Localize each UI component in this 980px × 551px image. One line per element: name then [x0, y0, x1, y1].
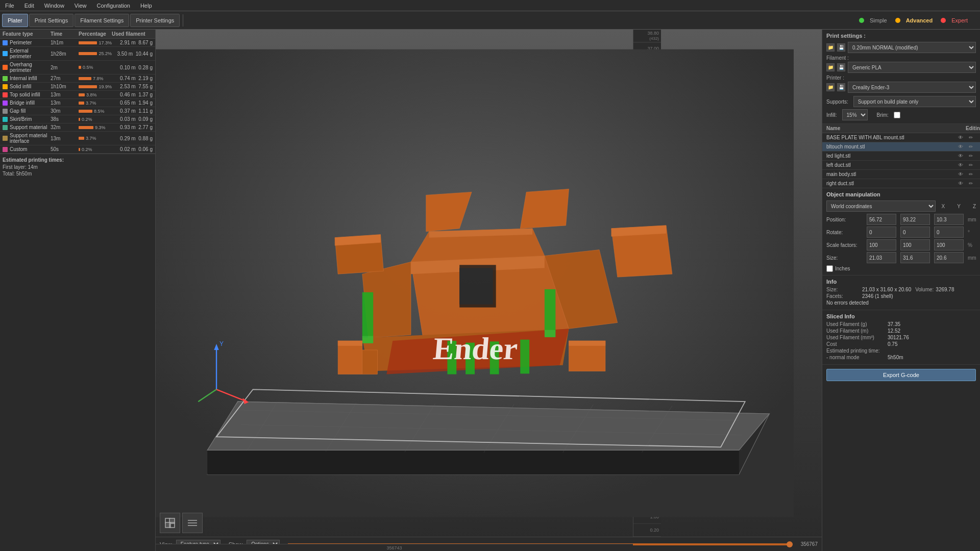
export-gcode-button[interactable]: Export G-code — [826, 369, 976, 381]
menu-view[interactable]: View — [69, 2, 92, 10]
filament-cell: 2.53 m 7.55 g — [112, 84, 153, 89]
edit-icon[interactable]: ✏ — [966, 181, 976, 186]
position-x[interactable] — [867, 214, 896, 225]
brim-checkbox[interactable] — [894, 112, 900, 118]
brim-label: Brim: — [877, 112, 889, 118]
filament-cell: 0.46 m 1.37 g — [112, 92, 153, 97]
tab-print-settings[interactable]: Print Settings — [29, 14, 74, 27]
mode-simple-btn[interactable]: Simple — [866, 16, 891, 25]
pct-bar — [79, 137, 84, 140]
size-x[interactable] — [867, 252, 896, 263]
pct-cell: 3.7% — [79, 136, 112, 141]
position-z[interactable] — [934, 214, 964, 225]
layer-view-btn[interactable] — [182, 513, 203, 533]
col-edit-header: Editing — [966, 126, 976, 131]
coord-system-select[interactable]: World coordinates Object coordinates — [826, 201, 936, 212]
3d-view-btn[interactable] — [160, 513, 180, 533]
list-item[interactable]: main body.stl 👁 ✏ — [822, 170, 980, 179]
infill-select[interactable]: 15% — [842, 109, 868, 120]
pct-cell: 17.3% — [79, 40, 112, 45]
scale-z[interactable] — [934, 239, 964, 251]
table-row: Support material 32m 9.3% 0.93 m 2.77 g — [0, 123, 155, 132]
info-facets-value: 2346 (1 shell) — [862, 293, 893, 299]
printer-folder-icon[interactable]: 📁 — [826, 83, 835, 91]
pct-cell: 3.7% — [79, 101, 112, 106]
edit-icon[interactable]: ✏ — [966, 171, 976, 177]
edit-icon[interactable]: ✏ — [966, 162, 976, 168]
size-y[interactable] — [900, 252, 930, 263]
obj-name-cell: bltouch mount.stl — [826, 144, 955, 149]
profile-folder-icon[interactable]: 📁 — [826, 43, 835, 52]
edit-icon[interactable]: ✏ — [966, 153, 976, 159]
filament-select[interactable]: Generic PLA — [848, 62, 976, 73]
obj-name-cell: BASE PLATE WITH ABL mount.stl — [826, 135, 955, 140]
menu-configuration[interactable]: Configuration — [91, 2, 135, 10]
edit-icon[interactable]: ✏ — [966, 144, 976, 149]
mode-expert-btn[interactable]: Expert — [947, 16, 972, 25]
viewport[interactable]: 38.80(432) 37.0036.0035.0034.0033.0032.0… — [156, 30, 822, 551]
feature-name-cell: Gap fill — [3, 108, 51, 114]
visibility-icon[interactable]: 👁 — [955, 162, 966, 168]
sliced-row: Estimated printing time: — [826, 348, 976, 354]
list-item[interactable]: led light.stl 👁 ✏ — [822, 152, 980, 161]
pct-cell: 0.2% — [79, 147, 112, 152]
feature-color-dot — [3, 40, 8, 45]
scale-x[interactable] — [867, 239, 896, 251]
profile-select[interactable]: 0.20mm NORMAL (modified) — [848, 42, 976, 53]
printer-select[interactable]: Creality Ender-3 — [848, 82, 976, 93]
filament-save-icon[interactable]: 💾 — [837, 63, 845, 71]
feature-color-dot — [3, 136, 8, 141]
filament-folder-icon[interactable]: 📁 — [826, 63, 835, 71]
time-cell: 30m — [51, 108, 79, 114]
svg-rect-28 — [545, 330, 555, 337]
obj-name-cell: main body.stl — [826, 171, 955, 177]
pct-cell: 3.8% — [79, 92, 112, 97]
object-list: Name Editing BASE PLATE WITH ABL mount.s… — [822, 124, 980, 188]
size-z[interactable] — [934, 252, 964, 263]
col-used-filament: Used filament — [112, 31, 153, 37]
inches-checkbox[interactable] — [826, 265, 833, 272]
tab-printer-settings[interactable]: Printer Settings — [130, 14, 180, 27]
menu-edit[interactable]: Edit — [19, 2, 39, 10]
supports-select[interactable]: Support on build plate only — [853, 96, 976, 107]
x-header: X — [942, 204, 945, 209]
visibility-icon[interactable]: 👁 — [955, 153, 966, 159]
visibility-icon[interactable]: 👁 — [955, 135, 966, 140]
time-cell: 32m — [51, 124, 79, 130]
rotate-z[interactable] — [934, 227, 964, 238]
table-row: Bridge infill 13m 3.7% 0.65 m 1.94 g — [0, 99, 155, 107]
rotate-x[interactable] — [867, 227, 896, 238]
print-settings-label: Print settings : — [826, 33, 976, 39]
scene-container[interactable]: Ender Y — [156, 30, 794, 537]
menu-file[interactable]: File — [0, 2, 19, 10]
scale-y[interactable] — [900, 239, 930, 251]
menu-help[interactable]: Help — [135, 2, 157, 10]
list-item[interactable]: bltouch mount.stl 👁 ✏ — [822, 142, 980, 152]
visibility-icon[interactable]: 👁 — [955, 181, 966, 186]
tab-plater[interactable]: Plater — [2, 14, 28, 27]
position-y[interactable] — [900, 214, 930, 225]
pct-bar — [79, 118, 80, 121]
menu-window[interactable]: Window — [39, 2, 69, 10]
edit-icon[interactable]: ✏ — [966, 135, 976, 140]
list-item[interactable]: left duct.stl 👁 ✏ — [822, 161, 980, 170]
printer-save-icon[interactable]: 💾 — [837, 83, 845, 91]
y-header: Y — [957, 204, 961, 209]
filament-cell: 0.74 m 2.19 g — [112, 76, 153, 81]
col-percentage: Percentage — [79, 31, 112, 37]
visibility-icon[interactable]: 👁 — [955, 144, 966, 149]
pct-bar — [79, 126, 93, 129]
filament-cell: 0.10 m 0.28 g — [112, 65, 153, 70]
tab-filament-settings[interactable]: Filament Settings — [75, 14, 129, 27]
size-label: Size: — [826, 255, 865, 261]
list-item[interactable]: BASE PLATE WITH ABL mount.stl 👁 ✏ — [822, 133, 980, 142]
pct-bar — [79, 52, 97, 55]
rotate-y[interactable] — [900, 227, 930, 238]
visibility-icon[interactable]: 👁 — [955, 171, 966, 177]
list-item[interactable]: right duct.stl 👁 ✏ — [822, 179, 980, 188]
col-time: Time — [51, 31, 79, 37]
mode-advanced-btn[interactable]: Advanced — [902, 16, 937, 25]
sliced-value-cell: 5h50m — [888, 355, 903, 360]
profile-save-icon[interactable]: 💾 — [837, 43, 845, 52]
time-cell: 1h28m — [51, 51, 79, 57]
